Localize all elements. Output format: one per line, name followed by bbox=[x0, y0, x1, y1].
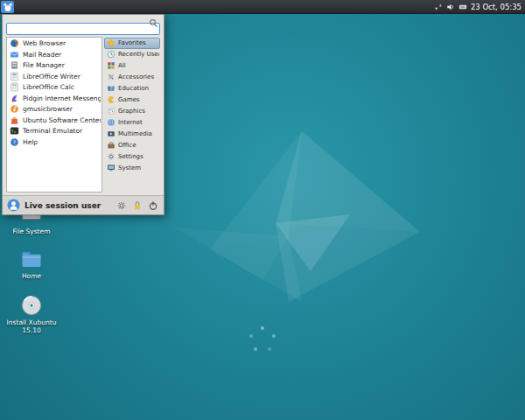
volume-icon[interactable] bbox=[446, 3, 455, 11]
internet-icon bbox=[107, 118, 116, 127]
menu-item-pidgin-internet-messenger[interactable]: Pidgin Internet Messenger bbox=[8, 93, 101, 104]
help-icon: ? bbox=[10, 137, 19, 147]
menu-item-label: File Manager bbox=[23, 61, 65, 69]
search-input[interactable] bbox=[6, 23, 160, 35]
category-all[interactable]: All bbox=[104, 60, 160, 72]
clock[interactable]: 23 Oct, 05:35 bbox=[471, 3, 522, 11]
menu-item-help[interactable]: ?Help bbox=[8, 136, 101, 148]
desktop-icon-label: File System bbox=[13, 228, 51, 235]
multimedia-icon bbox=[107, 130, 116, 138]
terminal-icon bbox=[10, 126, 19, 136]
menu-item-libreoffice-writer[interactable]: LibreOffice Writer bbox=[8, 71, 101, 82]
network-icon[interactable] bbox=[434, 3, 443, 11]
gmusicbrowser-icon bbox=[10, 104, 19, 114]
categories-list: FavoritesRecently UsedAllAccessoriesEduc… bbox=[104, 37, 160, 193]
search-row bbox=[3, 15, 164, 37]
search-icon bbox=[149, 18, 158, 28]
category-label: Games bbox=[118, 96, 140, 103]
home-icon bbox=[20, 248, 43, 270]
system-icon bbox=[107, 164, 116, 172]
menu-action-buttons bbox=[115, 199, 159, 212]
pidgin-icon bbox=[10, 94, 19, 103]
category-label: Multimedia bbox=[118, 130, 152, 137]
settings-icon bbox=[107, 152, 116, 161]
category-multimedia[interactable]: Multimedia bbox=[104, 129, 160, 140]
menu-footer: Live session user bbox=[3, 195, 164, 214]
category-system[interactable]: System bbox=[104, 163, 160, 174]
category-label: Recently Used bbox=[118, 51, 160, 58]
menu-item-label: Web Browser bbox=[23, 39, 66, 47]
all-icon bbox=[107, 61, 116, 70]
settings-button[interactable] bbox=[115, 199, 128, 212]
desktop-icon-label: Install Xubuntu 15.10 bbox=[5, 318, 58, 335]
category-label: Education bbox=[118, 85, 149, 92]
menu-item-web-browser[interactable]: Web Browser bbox=[8, 38, 101, 50]
user-avatar bbox=[7, 199, 20, 212]
panel-tray: 23 Oct, 05:35 bbox=[434, 3, 525, 11]
category-label: System bbox=[118, 164, 141, 172]
menu-item-label: Pidgin Internet Messenger bbox=[23, 94, 101, 102]
loading-dot bbox=[272, 334, 276, 338]
loading-dot bbox=[268, 347, 271, 351]
menu-item-file-manager[interactable]: File Manager bbox=[8, 60, 101, 72]
desktop-icon-install-xubuntu-15-10[interactable]: Install Xubuntu 15.10 bbox=[5, 294, 58, 335]
menu-panes: Web BrowserMail ReaderFile ManagerLibreO… bbox=[3, 37, 164, 196]
menu-item-label: Ubuntu Software Center bbox=[23, 116, 101, 124]
menu-item-label: Help bbox=[23, 138, 38, 146]
category-games[interactable]: Games bbox=[104, 94, 160, 106]
keyboard-indicator-icon[interactable] bbox=[458, 3, 467, 11]
menu-item-label: Terminal Emulator bbox=[23, 127, 82, 135]
menu-item-label: LibreOffice Writer bbox=[23, 73, 80, 80]
whisker-menu: Web BrowserMail ReaderFile ManagerLibreO… bbox=[2, 14, 164, 215]
category-settings[interactable]: Settings bbox=[104, 151, 160, 163]
desktop: 23 Oct, 05:35 Web BrowserMail ReaderFile… bbox=[0, 0, 525, 420]
category-graphics[interactable]: Graphics bbox=[104, 106, 160, 117]
software-center-icon bbox=[10, 116, 19, 125]
category-label: All bbox=[118, 62, 126, 69]
category-label: Settings bbox=[118, 153, 144, 160]
lock-screen-button[interactable] bbox=[130, 199, 144, 212]
category-accessories[interactable]: Accessories bbox=[104, 72, 160, 83]
menu-item-ubuntu-software-center[interactable]: Ubuntu Software Center bbox=[8, 115, 101, 126]
category-label: Accessories bbox=[118, 74, 154, 80]
applications-menu-button[interactable] bbox=[1, 1, 14, 13]
graphics-icon bbox=[107, 107, 116, 116]
menu-item-mail-reader[interactable]: Mail Reader bbox=[8, 49, 101, 60]
log-out-button[interactable] bbox=[146, 199, 159, 212]
desktop-icon-home[interactable]: Home bbox=[5, 248, 58, 280]
menu-item-gmusicbrowser[interactable]: gmusicbrowser bbox=[8, 104, 101, 116]
accessories-icon bbox=[107, 73, 116, 81]
category-favorites[interactable]: Favorites bbox=[104, 38, 160, 49]
games-icon bbox=[107, 95, 116, 104]
loading-dot bbox=[261, 326, 264, 330]
category-internet[interactable]: Internet bbox=[104, 117, 160, 129]
education-icon bbox=[107, 84, 116, 93]
menu-item-label: LibreOffice Calc bbox=[23, 83, 74, 91]
svg-text:?: ? bbox=[13, 138, 16, 144]
web-browser-icon bbox=[10, 38, 19, 48]
office-icon bbox=[107, 141, 116, 150]
loading-dots bbox=[249, 326, 279, 356]
menu-item-terminal-emulator[interactable]: Terminal Emulator bbox=[8, 126, 101, 137]
favorites-icon bbox=[107, 38, 116, 47]
category-label: Internet bbox=[118, 119, 143, 126]
category-recently-used[interactable]: Recently Used bbox=[104, 49, 160, 60]
install-cd-icon bbox=[20, 294, 43, 317]
category-education[interactable]: Education bbox=[104, 83, 160, 94]
top-panel: 23 Oct, 05:35 bbox=[0, 0, 525, 14]
recently-used-icon bbox=[107, 50, 116, 59]
file-manager-icon bbox=[10, 60, 19, 70]
menu-item-label: Mail Reader bbox=[23, 51, 61, 59]
mail-reader-icon bbox=[10, 50, 19, 60]
category-label: Graphics bbox=[118, 108, 145, 115]
category-label: Office bbox=[118, 142, 136, 149]
loading-dot bbox=[249, 334, 253, 338]
category-office[interactable]: Office bbox=[104, 140, 160, 151]
loading-dot bbox=[254, 347, 257, 351]
category-label: Favorites bbox=[118, 39, 146, 46]
favorites-list: Web BrowserMail ReaderFile ManagerLibreO… bbox=[6, 37, 102, 193]
menu-item-libreoffice-calc[interactable]: LibreOffice Calc bbox=[8, 82, 101, 94]
session-user-label: Live session user bbox=[24, 201, 110, 210]
menu-item-label: gmusicbrowser bbox=[23, 105, 73, 113]
libreoffice-calc-icon bbox=[10, 82, 19, 92]
